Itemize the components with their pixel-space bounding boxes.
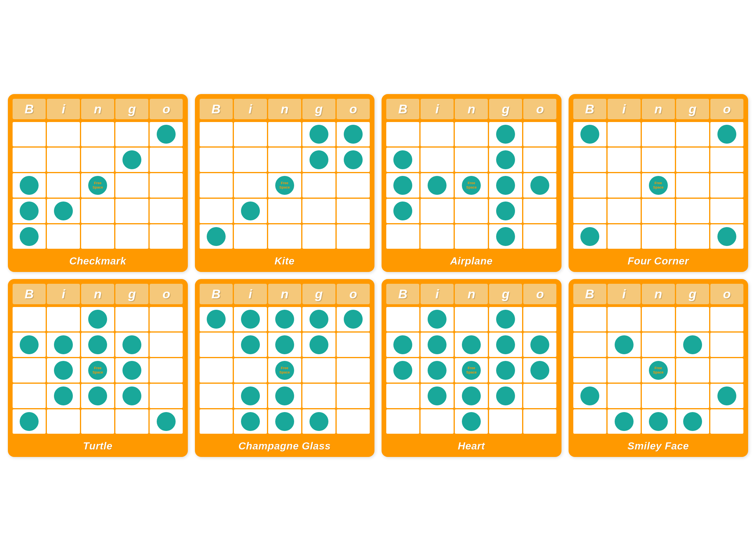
dot <box>88 335 107 354</box>
cell-2-0 <box>386 358 419 383</box>
cell-2-0 <box>573 173 606 198</box>
header-cell-i: i <box>608 284 641 304</box>
free-space: FreeSpace <box>649 176 668 195</box>
cell-0-0 <box>13 307 46 331</box>
cell-4-4 <box>710 224 743 249</box>
dot <box>122 361 141 380</box>
cell-1-1 <box>421 148 454 172</box>
dot <box>393 150 412 169</box>
cell-3-3 <box>489 199 522 223</box>
dot <box>393 176 412 195</box>
dot <box>54 202 73 220</box>
cell-0-4 <box>710 307 743 331</box>
cell-0-2 <box>81 122 114 146</box>
cell-2-1 <box>47 358 80 383</box>
header-cell-n: n <box>268 99 301 119</box>
cell-2-4 <box>523 173 556 198</box>
header-cell-B: B <box>386 99 419 119</box>
cell-3-2 <box>268 384 301 408</box>
cell-2-2: FreeSpace <box>455 358 488 383</box>
cell-3-2 <box>455 199 488 223</box>
cell-0-3 <box>489 122 522 146</box>
dot <box>309 335 328 354</box>
cell-4-4 <box>523 409 556 434</box>
cell-2-3 <box>302 173 335 198</box>
dot <box>20 227 39 246</box>
cell-3-1 <box>608 199 641 223</box>
cell-1-3 <box>489 148 522 172</box>
header-cell-o: o <box>710 99 743 119</box>
cell-4-1 <box>234 409 267 434</box>
header-cell-i: i <box>234 99 267 119</box>
cell-1-1 <box>421 333 454 357</box>
cell-1-0 <box>200 148 233 172</box>
dot <box>496 361 515 380</box>
cell-3-0 <box>573 384 606 408</box>
cell-0-4 <box>523 307 556 331</box>
cell-4-4 <box>337 224 370 249</box>
dot <box>241 202 260 220</box>
cell-3-2 <box>455 384 488 408</box>
dot <box>309 125 328 144</box>
cell-4-3 <box>489 224 522 249</box>
header-cell-g: g <box>302 284 335 304</box>
cell-1-3 <box>676 333 709 357</box>
cell-4-3 <box>676 224 709 249</box>
dot <box>530 176 549 195</box>
cell-3-0 <box>573 199 606 223</box>
header-cell-o: o <box>337 284 370 304</box>
cell-4-4 <box>150 409 183 434</box>
cell-0-3 <box>676 122 709 146</box>
cell-0-3 <box>115 307 148 331</box>
cell-0-4 <box>150 122 183 146</box>
cell-2-3 <box>115 358 148 383</box>
cell-3-3 <box>676 199 709 223</box>
cell-0-0 <box>573 122 606 146</box>
cell-4-3 <box>115 409 148 434</box>
cell-3-4 <box>523 384 556 408</box>
header-cell-g: g <box>676 284 709 304</box>
cell-2-2: FreeSpace <box>642 358 675 383</box>
dot <box>241 412 260 431</box>
cell-1-0 <box>386 333 419 357</box>
header-cell-g: g <box>676 99 709 119</box>
cell-1-1 <box>234 333 267 357</box>
cell-3-3 <box>489 384 522 408</box>
cell-4-2 <box>268 224 301 249</box>
cell-1-4 <box>523 333 556 357</box>
dot <box>157 125 176 144</box>
dot <box>496 386 515 405</box>
cell-4-2 <box>81 224 114 249</box>
cell-3-1 <box>234 199 267 223</box>
cell-0-4 <box>150 307 183 331</box>
cell-4-3 <box>302 409 335 434</box>
cell-2-1 <box>47 173 80 198</box>
cell-2-2: FreeSpace <box>642 173 675 198</box>
cell-0-2 <box>268 307 301 331</box>
cell-0-3 <box>302 307 335 331</box>
cell-1-2 <box>268 148 301 172</box>
dot <box>683 335 702 354</box>
cell-1-1 <box>608 148 641 172</box>
cell-3-0 <box>13 384 46 408</box>
cell-1-3 <box>302 333 335 357</box>
header-cell-n: n <box>455 284 488 304</box>
dot <box>580 386 599 405</box>
cell-1-4 <box>150 148 183 172</box>
cell-4-0 <box>386 409 419 434</box>
card-label-champagne-glass: Champagne Glass <box>196 437 373 455</box>
dot <box>530 335 549 354</box>
cell-3-0 <box>386 199 419 223</box>
dot <box>344 310 363 329</box>
cell-3-4 <box>150 199 183 223</box>
header-cell-B: B <box>200 284 233 304</box>
cell-1-2 <box>455 333 488 357</box>
card-label-heart: Heart <box>383 437 560 455</box>
cell-2-4 <box>337 358 370 383</box>
cell-1-2 <box>81 333 114 357</box>
card-label-airplane: Airplane <box>383 252 560 270</box>
cell-2-0 <box>386 173 419 198</box>
cell-3-1 <box>47 199 80 223</box>
dot <box>122 335 141 354</box>
dot <box>580 125 599 144</box>
